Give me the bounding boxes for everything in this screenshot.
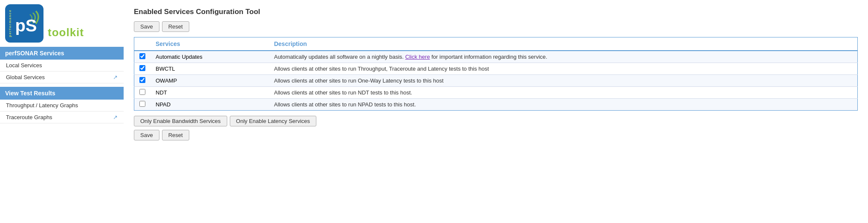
global-services-label: Global Services: [6, 74, 45, 80]
table-row: BWCTLAllows clients at other sites to ru…: [134, 63, 858, 75]
bottom-quick-button-row: Only Enable Bandwidth Services Only Enab…: [134, 116, 858, 126]
performance-label: performance: [8, 9, 12, 37]
sidebar-item-global-services[interactable]: Global Services ↗: [0, 71, 124, 83]
service-name-cell: OWAMP: [150, 75, 269, 87]
table-row: Automatic UpdatesAutomatically updates a…: [134, 51, 858, 63]
service-checkbox-automatic updates[interactable]: [139, 53, 145, 59]
service-desc-cell: Allows clients at other sites to run NPA…: [269, 99, 858, 111]
throughput-latency-label: Throughput / Latency Graphs: [6, 102, 78, 109]
services-col-checkbox-header: [134, 37, 151, 51]
traceroute-external-link-icon: ↗: [113, 114, 118, 120]
service-desc-cell: Allows clients at other sites to run Thr…: [269, 63, 858, 75]
top-save-button[interactable]: Save: [134, 21, 159, 32]
table-row: NDTAllows clients at other sites to run …: [134, 87, 858, 99]
sidebar-item-local-services[interactable]: Local Services: [0, 60, 124, 71]
sidebar: performance pS toolkit perfSONAR Service…: [0, 0, 124, 223]
perfsonar-section-header: perfSONAR Services: [0, 47, 124, 60]
sidebar-item-throughput-latency[interactable]: Throughput / Latency Graphs: [0, 100, 124, 112]
top-button-row: Save Reset: [134, 21, 858, 32]
logo-box: performance pS: [5, 4, 43, 43]
bottom-save-reset-row: Save Reset: [134, 130, 858, 140]
only-bandwidth-button[interactable]: Only Enable Bandwidth Services: [134, 116, 227, 126]
service-checkbox-npad[interactable]: [139, 101, 145, 107]
services-col-desc-header: Description: [269, 37, 858, 51]
services-col-name-header: Services: [150, 37, 269, 51]
local-services-label: Local Services: [6, 62, 42, 69]
service-desc-cell: Allows clients at other sites to run One…: [269, 75, 858, 87]
service-checkbox-owamp[interactable]: [139, 77, 145, 83]
ps-logo-text: pS: [15, 17, 37, 34]
logo-area: performance pS toolkit: [0, 0, 124, 47]
click-here-link[interactable]: Click here: [405, 54, 430, 60]
service-desc-cell: Allows clients at other sites to run NDT…: [269, 87, 858, 99]
service-name-cell: NDT: [150, 87, 269, 99]
service-name-cell: BWCTL: [150, 63, 269, 75]
page-title: Enabled Services Configuration Tool: [134, 8, 858, 16]
table-row: OWAMPAllows clients at other sites to ru…: [134, 75, 858, 87]
service-name-cell: Automatic Updates: [150, 51, 269, 63]
traceroute-label: Traceroute Graphs: [6, 114, 52, 120]
service-checkbox-ndt[interactable]: [139, 89, 145, 95]
only-latency-button[interactable]: Only Enable Latency Services: [230, 116, 316, 126]
services-table: Services Description Automatic UpdatesAu…: [134, 37, 858, 111]
bottom-reset-button[interactable]: Reset: [162, 130, 189, 140]
service-checkbox-bwctl[interactable]: [139, 65, 145, 71]
toolkit-label: toolkit: [48, 26, 84, 43]
external-link-icon: ↗: [113, 74, 118, 80]
table-row: NPADAllows clients at other sites to run…: [134, 99, 858, 111]
bottom-save-button[interactable]: Save: [134, 130, 159, 140]
view-results-section-header: View Test Results: [0, 87, 124, 100]
sidebar-item-traceroute[interactable]: Traceroute Graphs ↗: [0, 112, 124, 123]
top-reset-button[interactable]: Reset: [162, 21, 189, 32]
service-desc-cell: Automatically updates all software on a …: [269, 51, 858, 63]
service-name-cell: NPAD: [150, 99, 269, 111]
main-content: Enabled Services Configuration Tool Save…: [124, 0, 868, 223]
